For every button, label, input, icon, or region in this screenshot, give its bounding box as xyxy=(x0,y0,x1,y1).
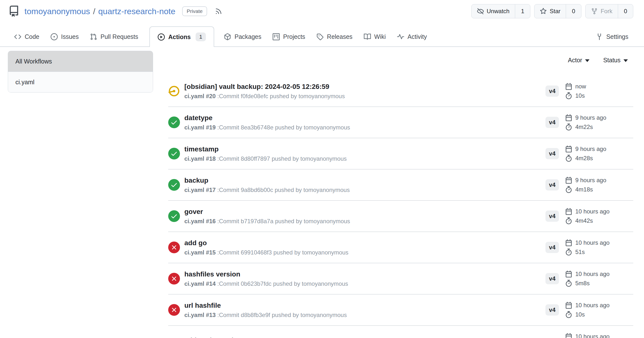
version-badge: v4 xyxy=(546,242,559,253)
run-subtitle: ci.yaml #20 :Commit f0fde08efc pushed by… xyxy=(184,93,546,100)
book-icon xyxy=(364,33,371,40)
run-date-text: 10 hours ago xyxy=(575,333,610,338)
sidebar-item-ci-yaml[interactable]: ci.yaml xyxy=(8,72,153,92)
unwatch-button[interactable]: Unwatch xyxy=(472,4,515,18)
status-filter-dropdown[interactable]: Status xyxy=(603,57,628,64)
run-meta: 10 hours ago 51s xyxy=(565,239,633,255)
run-text: add cache again xyxy=(184,336,552,338)
tag-icon xyxy=(316,33,324,40)
run-status-cell xyxy=(168,179,180,191)
version-badge: v4 xyxy=(546,304,559,316)
run-date: 9 hours ago xyxy=(565,146,633,152)
run-duration-text: 10s xyxy=(575,92,585,99)
run-duration: 4m18s xyxy=(565,186,633,193)
stopwatch-icon xyxy=(565,92,572,99)
fork-count[interactable]: 0 xyxy=(618,4,633,18)
stopwatch-icon xyxy=(565,155,572,162)
tab-issues[interactable]: Issues xyxy=(50,33,79,40)
version-badge: v4 xyxy=(546,85,559,97)
workflow-run-row: add cache again 10 hours ago xyxy=(168,326,633,338)
run-title-link[interactable]: backup xyxy=(184,176,546,185)
run-date: 10 hours ago xyxy=(565,208,633,215)
tab-activity[interactable]: Activity xyxy=(397,33,427,40)
run-subtitle: ci.yaml #16 :Commit b7197d8a7a pushed by… xyxy=(184,218,546,225)
run-title-link[interactable]: datetype xyxy=(184,114,546,122)
actions-page: All Workflows ci.yaml Actor Status xyxy=(0,51,644,338)
repo-name-link[interactable]: quartz-research-note xyxy=(98,6,176,16)
visibility-badge: Private xyxy=(182,6,207,16)
run-text: datetype ci.yaml #19 :Commit 8ea3b6748e … xyxy=(184,114,546,131)
tab-projects[interactable]: Projects xyxy=(272,33,305,40)
stopwatch-icon xyxy=(565,280,572,287)
stopwatch-icon xyxy=(565,186,572,193)
stopwatch-icon xyxy=(565,249,572,255)
tab-releases[interactable]: Releases xyxy=(316,33,352,40)
failure-x-icon xyxy=(168,242,180,253)
run-commit-description: :Commit d8b8fb3e9f pushed by tomoyanonym… xyxy=(217,312,347,318)
run-status-cell xyxy=(168,242,180,253)
run-workflow-number: ci.yaml #20 xyxy=(184,93,216,99)
run-title-link[interactable]: gover xyxy=(184,208,546,216)
workflow-run-row: datetype ci.yaml #19 :Commit 8ea3b6748e … xyxy=(168,107,633,138)
run-duration: 4m22s xyxy=(565,124,633,130)
run-subtitle: ci.yaml #18 :Commit 8d80ff7897 pushed by… xyxy=(184,155,546,163)
calendar-icon xyxy=(565,302,572,309)
run-date-text: 10 hours ago xyxy=(575,271,610,277)
actor-filter-dropdown[interactable]: Actor xyxy=(568,57,590,64)
tab-pull-requests[interactable]: Pull Requests xyxy=(90,33,138,40)
run-commit-description: :Commit 8ea3b6748e pushed by tomoyanonym… xyxy=(217,124,350,131)
rss-feed-icon[interactable] xyxy=(215,7,222,15)
chevron-down-icon xyxy=(585,59,590,62)
run-meta: 10 hours ago 10s xyxy=(565,302,633,318)
repo-owner-link[interactable]: tomoyanonymous xyxy=(24,6,90,16)
star-button[interactable]: Star xyxy=(534,4,566,18)
package-icon xyxy=(224,33,231,40)
tab-code[interactable]: Code xyxy=(14,33,39,40)
sidebar-item-all-workflows[interactable]: All Workflows xyxy=(8,51,153,72)
run-filters: Actor Status xyxy=(168,56,633,64)
failure-x-icon xyxy=(168,273,180,285)
run-title-link[interactable]: add cache again xyxy=(184,336,552,338)
run-duration: 4m28s xyxy=(565,155,633,162)
workflow-run-row: gover ci.yaml #16 :Commit b7197d8a7a pus… xyxy=(168,201,633,232)
workflow-run-row: timestamp ci.yaml #18 :Commit 8d80ff7897… xyxy=(168,138,633,169)
run-commit-description: :Commit 8d80ff7897 pushed by tomoyanonym… xyxy=(217,155,347,162)
success-check-icon xyxy=(168,179,180,191)
success-check-icon xyxy=(168,148,180,160)
star-icon xyxy=(540,8,547,15)
star-button-group: Star 0 xyxy=(534,4,581,18)
run-workflow-number: ci.yaml #18 xyxy=(184,155,216,162)
tab-settings[interactable]: Settings xyxy=(596,33,628,40)
run-status-cell xyxy=(168,148,180,160)
workflow-run-row: add go ci.yaml #15 :Commit 69910468f3 pu… xyxy=(168,232,633,263)
watch-button-group: Unwatch 1 xyxy=(472,4,530,18)
workflow-run-row: [obsidian] vault backup: 2024-02-05 12:2… xyxy=(168,76,633,107)
tab-actions[interactable]: Actions 1 xyxy=(150,26,214,47)
tab-wiki[interactable]: Wiki xyxy=(364,33,386,40)
fork-button[interactable]: Fork xyxy=(586,4,618,18)
run-title-link[interactable]: add go xyxy=(184,239,546,247)
run-subtitle: ci.yaml #15 :Commit 69910468f3 pushed by… xyxy=(184,249,546,256)
breadcrumb: tomoyanonymous / quartz-research-note xyxy=(24,6,175,16)
run-text: url hashfile ci.yaml #13 :Commit d8b8fb3… xyxy=(184,301,546,319)
runs-panel: Actor Status [obsidian] vault backup: 20… xyxy=(168,51,644,338)
calendar-icon xyxy=(565,208,572,215)
run-title-link[interactable]: timestamp xyxy=(184,145,546,153)
run-date: now xyxy=(565,83,633,90)
run-date: 9 hours ago xyxy=(565,177,633,184)
run-title-link[interactable]: url hashfile xyxy=(184,301,546,310)
workflows-sidebar: All Workflows ci.yaml xyxy=(8,51,153,93)
run-commit-description: :Commit 69910468f3 pushed by tomoyanonym… xyxy=(217,249,348,256)
tab-packages[interactable]: Packages xyxy=(224,33,261,40)
project-icon xyxy=(272,33,280,40)
run-date: 10 hours ago xyxy=(565,271,633,277)
run-duration: 5m8s xyxy=(565,280,633,287)
run-title-link[interactable]: [obsidian] vault backup: 2024-02-05 12:2… xyxy=(184,83,546,91)
star-count[interactable]: 0 xyxy=(566,4,581,18)
watch-count[interactable]: 1 xyxy=(515,4,530,18)
repo-tabbar: Code Issues Pull Requests Actions 1 Pack… xyxy=(0,27,644,47)
run-title-link[interactable]: hashfiles version xyxy=(184,270,546,278)
workflow-run-row: backup ci.yaml #17 :Commit 9a8bd6b00c pu… xyxy=(168,169,633,201)
wrench-icon xyxy=(596,33,603,40)
run-meta: 10 hours ago xyxy=(565,333,633,338)
